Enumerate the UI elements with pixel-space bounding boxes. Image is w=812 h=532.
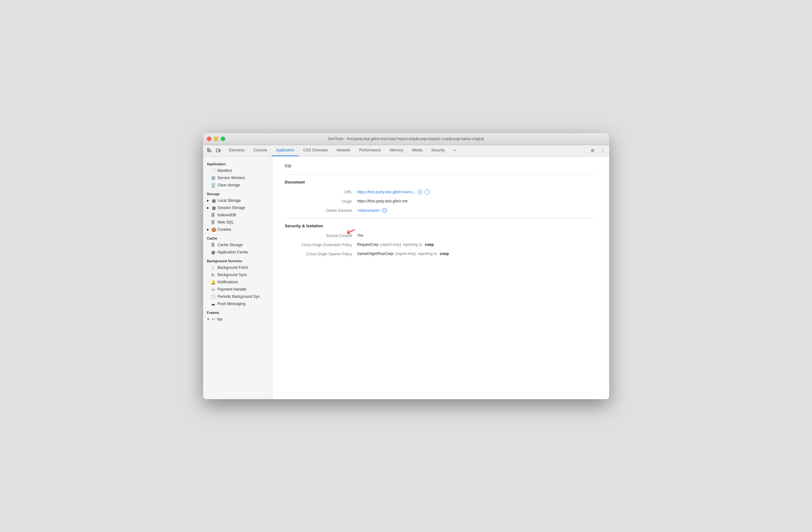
more-options-icon[interactable]: ⋮ — [599, 147, 607, 154]
tab-network[interactable]: Network — [332, 145, 355, 156]
coop-report-only: (report-only) — [395, 252, 416, 256]
sidebar-item-cache-storage[interactable]: 🗄 Cache Storage — [203, 241, 272, 249]
tab-console[interactable]: Console — [249, 145, 272, 156]
field-coep: Cross-Origin Embedder Policy RequireCorp… — [285, 242, 597, 247]
sidebar-item-frames-top[interactable]: ▼ ▭ top — [203, 316, 272, 323]
settings-icon[interactable]: ⚙ — [589, 147, 597, 154]
tab-icons — [206, 147, 222, 154]
expand-arrow-local-storage: ▶ — [207, 199, 210, 202]
owner-element-link[interactable]: <#document> — [357, 208, 380, 213]
tab-more[interactable]: » — [449, 145, 460, 156]
sidebar-item-clear-storage[interactable]: 🗑️ Clear storage — [203, 182, 272, 189]
section-heading-document: Document — [285, 180, 597, 184]
sidebar-item-service-workers[interactable]: ⚙️ Service Workers — [203, 174, 272, 182]
sidebar-item-session-storage[interactable]: ▶ ▦ Session Storage — [203, 204, 272, 212]
sidebar-item-cookies-label: Cookies — [218, 227, 231, 232]
coep-policy-value: RequireCorp — [357, 242, 379, 247]
frames-top-icon: ▭ — [211, 317, 216, 321]
url-link[interactable]: https://first-party-test.glitch.me/co... — [357, 190, 416, 194]
section-heading-security: Security & Isolation — [285, 224, 597, 228]
sidebar-item-manifest-label: Manifest — [218, 168, 232, 173]
maximize-button[interactable] — [221, 137, 225, 141]
sidebar-item-local-storage[interactable]: ▶ ▦ Local Storage — [203, 197, 272, 204]
field-value-coep: RequireCorp (report-only) reporting to: … — [357, 242, 434, 247]
sidebar-item-payment-handler[interactable]: ▭ Payment Handler — [203, 286, 272, 293]
main-area: Application 📄 Manifest ⚙️ Service Worker… — [203, 156, 609, 399]
close-button[interactable] — [207, 137, 211, 141]
web-sql-icon: 🗄 — [211, 220, 216, 225]
push-messaging-icon: ☁ — [211, 302, 216, 306]
coep-reporting-value: coep — [425, 242, 434, 247]
field-label-origin: Origin — [285, 199, 357, 204]
sidebar-section-background-services: Background Services — [203, 256, 272, 264]
field-owner-element: Owner Element <#document> ⓘ — [285, 208, 597, 213]
sidebar-item-web-sql[interactable]: 🗄 Web SQL — [203, 219, 272, 226]
clear-storage-icon: 🗑️ — [211, 183, 216, 187]
sidebar-item-background-sync[interactable]: ↻ Background Sync — [203, 271, 272, 279]
origin-value: https://first-party-test.glitch.me — [357, 199, 408, 204]
background-sync-icon: ↻ — [211, 272, 216, 277]
url-circle-icon-2[interactable]: ↑ — [424, 190, 430, 195]
sidebar: Application 📄 Manifest ⚙️ Service Worker… — [203, 156, 272, 399]
sidebar-item-periodic-background-sync-label: Periodic Background Syn — [218, 294, 260, 299]
session-storage-icon: ▦ — [211, 206, 216, 210]
minimize-button[interactable] — [214, 137, 218, 141]
payment-handler-icon: ▭ — [211, 287, 216, 292]
tab-media[interactable]: Media — [408, 145, 427, 156]
cookies-icon: 🍪 — [211, 227, 216, 232]
inspector-icon[interactable] — [206, 147, 213, 154]
sidebar-item-notifications[interactable]: 🔔 Notifications — [203, 279, 272, 286]
sidebar-item-payment-handler-label: Payment Handler — [218, 287, 247, 292]
coop-policy-value: SameOriginPlusCoep — [357, 252, 393, 256]
tab-application[interactable]: Application — [272, 145, 299, 156]
url-circle-icon-1[interactable]: ⊙ — [418, 190, 423, 195]
svg-rect-0 — [207, 148, 209, 150]
sidebar-item-manifest[interactable]: 📄 Manifest — [203, 167, 272, 174]
divider-2 — [285, 218, 597, 219]
sidebar-item-cookies[interactable]: ▶ 🍪 Cookies — [203, 226, 272, 233]
field-value-origin: https://first-party-test.glitch.me — [357, 199, 408, 204]
divider — [584, 147, 585, 154]
svg-rect-5 — [219, 150, 220, 151]
sidebar-item-periodic-background-sync[interactable]: 🕐 Periodic Background Syn — [203, 293, 272, 300]
field-value-owner-element: <#document> ⓘ — [357, 208, 387, 213]
background-fetch-icon: ↕ — [211, 265, 216, 270]
sidebar-item-background-fetch[interactable]: ↕ Background Fetch — [203, 264, 272, 271]
secure-context-value: Yes — [357, 233, 364, 238]
expand-arrow-cookies: ▶ — [207, 228, 210, 231]
coop-reporting-value: coop — [440, 252, 449, 256]
local-storage-icon: ▦ — [211, 198, 216, 203]
svg-rect-4 — [216, 149, 219, 152]
sidebar-item-application-cache[interactable]: ▦ Application Cache — [203, 249, 272, 256]
manifest-icon: 📄 — [211, 168, 216, 173]
coop-reporting-to-label: reporting to: — [418, 252, 438, 256]
periodic-background-sync-icon: 🕐 — [211, 294, 216, 299]
tab-right-controls: ⚙ ⋮ — [582, 147, 607, 154]
tab-performance[interactable]: Performance — [355, 145, 385, 156]
sidebar-section-application: Application — [203, 159, 272, 167]
sidebar-item-background-sync-label: Background Sync — [218, 272, 247, 277]
owner-element-circle-icon[interactable]: ⓘ — [382, 208, 387, 213]
sidebar-item-notifications-label: Notifications — [218, 280, 238, 284]
traffic-lights — [207, 137, 225, 141]
device-icon[interactable] — [215, 147, 222, 154]
tab-elements[interactable]: Elements — [224, 145, 249, 156]
sidebar-section-cache: Cache — [203, 233, 272, 241]
window-title: DevTools - first-party-test.glitch.me/co… — [328, 137, 484, 141]
tab-security[interactable]: Security — [427, 145, 449, 156]
sidebar-item-session-storage-label: Session Storage — [218, 206, 245, 210]
devtools-window: DevTools - first-party-test.glitch.me/co… — [203, 133, 609, 399]
content-inner: top Document URL https://first-party-tes… — [272, 156, 609, 267]
coep-report-only: (report-only) — [380, 242, 401, 247]
expand-arrow-session-storage: ▶ — [207, 206, 210, 209]
page-title: top — [285, 163, 597, 168]
field-secure-context: Secure Context Yes ↙ — [285, 233, 597, 238]
sidebar-item-push-messaging[interactable]: ☁ Push Messaging — [203, 300, 272, 308]
sidebar-section-frames: Frames — [203, 308, 272, 316]
tab-memory[interactable]: Memory — [385, 145, 408, 156]
tab-css-overview[interactable]: CSS Overview — [299, 145, 332, 156]
field-url: URL https://first-party-test.glitch.me/c… — [285, 190, 597, 195]
cache-storage-icon: 🗄 — [211, 243, 216, 248]
divider-1 — [285, 174, 597, 175]
sidebar-item-indexeddb[interactable]: 🗄 IndexedDB — [203, 212, 272, 219]
